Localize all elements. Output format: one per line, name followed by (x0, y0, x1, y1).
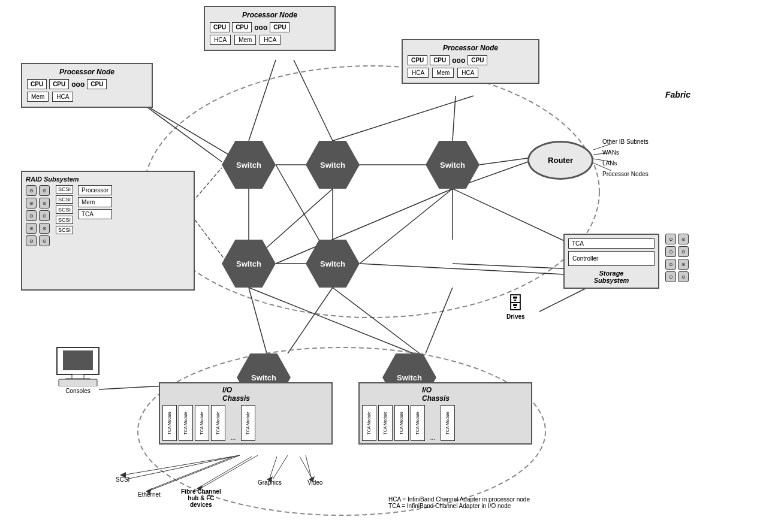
io-dots: ... (427, 434, 439, 441)
drives-icon: 🗄 (506, 294, 525, 313)
drives: 🗄 Drives (506, 294, 525, 320)
io-module: TCA Module (195, 405, 209, 441)
router: Router (527, 141, 593, 180)
proc-node-3-title: Processor Node (27, 68, 147, 76)
fabric-label: Fabric (665, 90, 690, 99)
processor-node-3: Processor Node CPU CPU ooo CPU Mem HCA (21, 63, 153, 108)
storage-disk: ⊙ (678, 271, 689, 282)
dots: ooo (71, 80, 85, 89)
proc-node-2-title: Processor Node (408, 44, 533, 52)
processor-box: Processor (78, 185, 112, 195)
disk-icon: ⊙ (26, 235, 37, 246)
io-module: TCA Module (378, 405, 393, 441)
proc-mem-tca: Processor Mem TCA (78, 185, 112, 246)
raid-subsystem: RAID Subsystem ⊙ ⊙ ⊙ ⊙ ⊙ ⊙ ⊙ ⊙ ⊙ ⊙ SCSI … (21, 171, 195, 291)
svg-line-52 (270, 457, 277, 478)
storage-disk: ⊙ (665, 271, 676, 282)
mem-box: Mem (234, 35, 256, 45)
legend-line-2: TCA = InfiniBand Channel Adapter in I/O … (388, 503, 530, 509)
storage-disk: ⊙ (678, 246, 689, 257)
drives-label: Drives (506, 313, 525, 320)
io-dots: ... (227, 434, 239, 441)
label-fibre: Fibre Channelhub & FCdevices (181, 488, 221, 508)
scsi-column: SCSI SCSI SCSI SCSI SCSI (56, 185, 73, 246)
label-graphics: Graphics (258, 479, 282, 486)
switch-2: Switch (306, 141, 360, 189)
svg-line-29 (426, 288, 453, 353)
io-module: TCA Module (211, 405, 225, 441)
disk-icon: ⊙ (39, 185, 50, 196)
processor-node-1: Processor Node CPU CPU ooo CPU HCA Mem H… (204, 6, 336, 51)
storage-disk: ⊙ (678, 234, 689, 244)
hca-box: HCA (408, 68, 429, 78)
io-module-text: TCA Module (367, 412, 372, 435)
svg-line-39 (273, 455, 288, 479)
mem-box: Mem (78, 197, 112, 207)
hca-box: HCA (260, 35, 281, 45)
svg-line-34 (539, 288, 587, 312)
svg-line-48 (149, 457, 234, 490)
switch-4: Switch (222, 240, 276, 288)
switch-1: Switch (222, 141, 276, 189)
cpu-box: CPU (27, 79, 47, 89)
diagram-container: Processor Node CPU CPU ooo CPU HCA Mem H… (0, 0, 760, 532)
hca-box: HCA (210, 35, 231, 45)
disk-icon: ⊙ (26, 185, 37, 196)
svg-line-28 (333, 288, 420, 353)
cpu-box: CPU (408, 55, 427, 65)
label-scsi: SCSI (116, 476, 129, 483)
disk-icon: ⊙ (26, 198, 37, 208)
processor-node-2: Processor Node CPU CPU ooo CPU HCA Mem H… (402, 39, 539, 84)
disk-icon: ⊙ (39, 210, 50, 221)
io-module: TCA Module (362, 405, 376, 441)
svg-line-54 (300, 457, 312, 478)
label-video: Video (307, 479, 322, 486)
cpu-box: CPU (270, 22, 289, 32)
disk-icon: ⊙ (39, 223, 50, 234)
io-module-text: TCA Module (445, 412, 450, 435)
svg-line-26 (288, 288, 333, 353)
io-chassis-2-title: I/OChassis (422, 386, 450, 403)
io-module-text: TCA Module (200, 412, 204, 435)
cpu-box: CPU (430, 55, 450, 65)
mem-box: Mem (432, 68, 454, 78)
cpu-box: CPU (87, 79, 107, 89)
svg-line-33 (360, 264, 587, 276)
storage-subsystem: TCA Controller StorageSubsystem (563, 234, 659, 289)
io-module-text: TCA Module (399, 412, 404, 435)
svg-line-46 (123, 455, 240, 475)
io-module-text: TCA Module (246, 412, 251, 435)
controller-box: Controller (568, 251, 655, 266)
svg-line-37 (151, 455, 240, 490)
scsi-box: SCSI (56, 195, 73, 204)
io-module-text: TCA Module (415, 412, 420, 435)
router-conn-2: WANs (602, 147, 649, 158)
svg-rect-42 (63, 350, 93, 370)
scsi-box: SCSI (56, 216, 73, 224)
svg-line-50 (200, 457, 252, 487)
storage-disk: ⊙ (665, 259, 676, 270)
io-module: TCA Module (411, 405, 425, 441)
io-module-text: TCA Module (183, 412, 188, 435)
legend: HCA = InfiniBand Channel Adapter in proc… (388, 496, 530, 509)
disk-column-2: ⊙ ⊙ ⊙ ⊙ ⊙ (39, 185, 50, 246)
cpu-box: CPU (210, 22, 230, 32)
io-module: TCA Module (241, 405, 255, 441)
router-connections: Other IB Subnets WANs LANs Processor Nod… (602, 137, 649, 180)
svg-line-16 (276, 189, 453, 264)
svg-line-3 (453, 96, 456, 141)
svg-line-4 (333, 96, 474, 141)
svg-line-40 (306, 455, 312, 479)
cpu-box: CPU (49, 79, 69, 89)
svg-rect-45 (59, 379, 97, 386)
io-module-text: TCA Module (383, 412, 388, 435)
io-module: TCA Module (179, 405, 193, 441)
dots: ooo (254, 23, 267, 32)
io-modules-row-1: TCA Module TCA Module TCA Module TCA Mod… (162, 405, 329, 441)
router-conn-1: Other IB Subnets (602, 137, 649, 147)
io-chassis-1-title: I/OChassis (222, 386, 250, 403)
svg-line-5 (144, 105, 222, 162)
io-module: TCA Module (394, 405, 409, 441)
svg-line-38 (201, 455, 258, 488)
svg-line-24 (192, 216, 228, 264)
